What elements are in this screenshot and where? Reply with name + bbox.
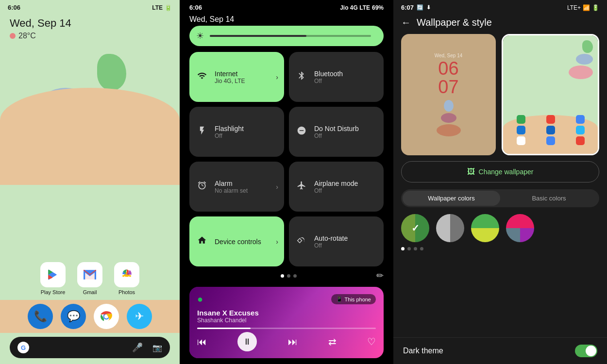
wp1-pebble-3 bbox=[437, 124, 461, 136]
home-signal: LTE bbox=[152, 4, 163, 11]
ws-dark-theme-toggle[interactable] bbox=[575, 345, 597, 357]
app-gmail[interactable]: Gmail bbox=[77, 262, 102, 295]
alarm-chevron: › bbox=[276, 183, 278, 191]
internet-title: Internet bbox=[215, 70, 245, 78]
alarm-subtitle: No alarm set bbox=[215, 187, 248, 194]
device-name: This phone bbox=[345, 297, 371, 302]
home-screen: 6:06 LTE 🔋 Wed, Sep 14 28°C Play Store bbox=[0, 0, 180, 364]
pebble-art bbox=[0, 49, 180, 185]
internet-subtitle: Jio 4G, LTE bbox=[215, 78, 245, 84]
search-mic-icon[interactable]: 🎤 bbox=[132, 342, 143, 353]
ws-preview-2[interactable] bbox=[502, 34, 599, 155]
home-temperature: 28°C bbox=[18, 32, 36, 40]
change-wallpaper-icon: 🖼 bbox=[467, 167, 475, 176]
home-status-bar: 6:06 LTE 🔋 bbox=[0, 0, 180, 13]
autorotate-icon bbox=[297, 235, 308, 248]
wp2-pebbles bbox=[569, 40, 593, 79]
music-next-button[interactable]: ⏭ bbox=[288, 336, 298, 347]
qs-dot-3 bbox=[293, 274, 297, 278]
qs-edit-icon[interactable]: ✏ bbox=[376, 270, 384, 281]
qs-pagination: ✏ bbox=[180, 266, 393, 285]
pebble-hill bbox=[0, 88, 180, 185]
devicecontrols-icon bbox=[197, 235, 209, 248]
phone-icon: 📞 bbox=[28, 304, 53, 329]
qs-tile-bluetooth[interactable]: Bluetooth Off bbox=[289, 52, 384, 102]
home-status-right: LTE 🔋 bbox=[152, 4, 172, 11]
app-photos[interactable]: Photos bbox=[114, 262, 139, 295]
change-wallpaper-button[interactable]: 🖼 Change wallpaper bbox=[401, 161, 599, 182]
dock-chrome[interactable] bbox=[94, 304, 119, 329]
music-artist: Shashank Chandel bbox=[197, 317, 376, 324]
alarm-icon bbox=[197, 181, 209, 193]
music-previous-button[interactable]: ⏮ bbox=[197, 336, 207, 347]
app-playstore[interactable]: Play Store bbox=[40, 262, 66, 295]
airplane-title: Airplane mode bbox=[314, 180, 358, 187]
qs-brightness-bar[interactable]: ☀ bbox=[189, 26, 384, 46]
qs-tile-autorotate[interactable]: Auto-rotate Off bbox=[289, 216, 384, 266]
app-photos-label: Photos bbox=[118, 289, 135, 295]
qs-date: Wed, Sep 14 bbox=[180, 13, 393, 26]
dock-phone[interactable]: 📞 bbox=[28, 304, 53, 329]
app-gmail-label: Gmail bbox=[83, 289, 97, 295]
ws-tab-basic-colors[interactable]: Basic colors bbox=[500, 191, 598, 206]
home-dock: 📞 💬 ✈ bbox=[0, 300, 180, 333]
wp2-app-8 bbox=[546, 136, 555, 145]
qs-carrier: Jio 4G LTE bbox=[340, 4, 370, 11]
wp2-pebble-1 bbox=[582, 40, 593, 53]
qs-tile-donotdisturb[interactable]: Do Not Disturb Off bbox=[289, 107, 384, 157]
ws-dark-theme-row: Dark theme bbox=[393, 337, 607, 364]
ws-sync-icon: 🔄 bbox=[417, 4, 423, 11]
qs-dot-2 bbox=[287, 274, 290, 278]
home-search-bar[interactable]: G 🎤 📷 bbox=[10, 337, 170, 358]
music-pause-button[interactable]: ⏸ bbox=[237, 332, 257, 351]
qs-tile-flashlight[interactable]: Flashlight Off bbox=[189, 107, 284, 157]
music-info: Insane X Excuses Shashank Chandel bbox=[197, 309, 376, 324]
ws-swatch-grey[interactable] bbox=[436, 214, 464, 242]
photos-icon bbox=[114, 262, 139, 287]
home-apps-row: Play Store Gmail Photos bbox=[0, 257, 180, 300]
qs-tile-airplane[interactable]: Airplane mode Off bbox=[289, 162, 384, 212]
ws-back-button[interactable]: ← bbox=[401, 17, 411, 28]
music-progress-bar[interactable] bbox=[197, 328, 376, 329]
bluetooth-subtitle: Off bbox=[314, 78, 343, 84]
devicecontrols-tile-text: Device controls bbox=[215, 238, 261, 246]
search-lens-icon[interactable]: 📷 bbox=[152, 343, 162, 352]
flashlight-subtitle: Off bbox=[215, 132, 244, 139]
ws-swatch-pink[interactable] bbox=[506, 214, 534, 242]
wp1-pebbles bbox=[437, 100, 461, 136]
ws-swatch-green[interactable] bbox=[401, 214, 429, 242]
wp2-app-6 bbox=[576, 126, 585, 134]
wp1-pebble-2 bbox=[441, 113, 456, 123]
home-date: Wed, Sep 14 bbox=[10, 17, 170, 30]
wp2-pebble-3 bbox=[569, 66, 593, 79]
wp1-date: Wed, Sep 14 bbox=[435, 53, 463, 58]
alarm-tile-text: Alarm No alarm set bbox=[215, 180, 248, 194]
ws-status-right: LTE+ 📶 🔋 bbox=[567, 4, 599, 11]
qs-tile-devicecontrols[interactable]: Device controls › bbox=[189, 216, 284, 266]
wp1-clock: 0607 bbox=[438, 59, 458, 96]
music-favorite-button[interactable]: ♡ bbox=[367, 336, 376, 347]
ws-time: 6:07 bbox=[401, 4, 414, 11]
qs-status-bar: 6:06 Jio 4G LTE 69% bbox=[180, 0, 393, 13]
ws-header: ← Wallpaper & style bbox=[393, 13, 607, 34]
ws-swatch-lime[interactable] bbox=[471, 214, 499, 242]
ws-dark-theme-label: Dark theme bbox=[403, 347, 443, 355]
qs-tile-alarm[interactable]: Alarm No alarm set › bbox=[189, 162, 284, 212]
ws-preview-1[interactable]: Wed, Sep 14 0607 bbox=[401, 34, 496, 155]
qs-tile-internet[interactable]: Internet Jio 4G, LTE › bbox=[189, 52, 284, 102]
music-shuffle-button[interactable]: ⇄ bbox=[328, 336, 337, 347]
playstore-icon bbox=[40, 262, 66, 287]
flashlight-tile-text: Flashlight Off bbox=[215, 125, 244, 139]
music-progress-fill bbox=[197, 328, 251, 329]
bluetooth-title: Bluetooth bbox=[314, 70, 343, 78]
dock-messages[interactable]: 💬 bbox=[61, 304, 86, 329]
ws-swatches bbox=[393, 214, 607, 247]
wp2-background bbox=[503, 35, 598, 154]
spotify-icon: ● bbox=[197, 294, 203, 305]
dnd-tile-text: Do Not Disturb Off bbox=[314, 125, 359, 139]
qs-tiles-grid: Internet Jio 4G, LTE › Bluetooth Off Fla… bbox=[180, 52, 393, 266]
wp2-app-grid bbox=[506, 115, 595, 147]
ws-status-bar: 6:07 🔄 ⬇ LTE+ 📶 🔋 bbox=[393, 0, 607, 13]
dock-telegram[interactable]: ✈ bbox=[127, 304, 152, 329]
ws-tab-wallpaper-colors[interactable]: Wallpaper colors bbox=[403, 191, 500, 206]
